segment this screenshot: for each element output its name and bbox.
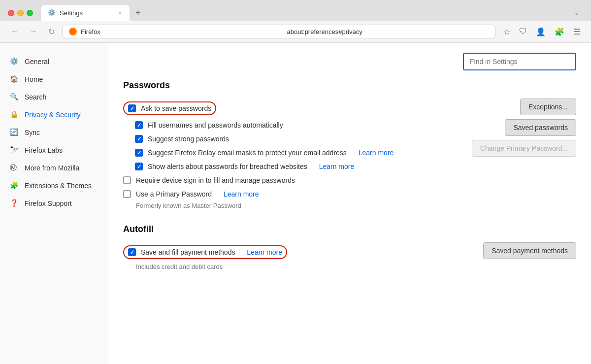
back-button[interactable]: ← (8, 25, 22, 38)
nav-bar: ← → ↻ Firefox about:preferences#privacy … (0, 21, 591, 43)
pocket-icon[interactable]: 🛡 (516, 25, 530, 38)
sidebar-item-support[interactable]: ❓ Firefox Support (0, 195, 108, 212)
save-fill-payment-checkbox[interactable]: ✓ (128, 248, 136, 256)
minimize-button[interactable] (17, 10, 24, 16)
sidebar-label-sync: Sync (25, 129, 40, 136)
payment-includes-text: Includes credit and debit cards (123, 263, 463, 270)
sidebar-item-home[interactable]: 🏠 Home (0, 70, 108, 88)
sidebar-label-search: Search (25, 93, 46, 101)
ask-save-passwords-checkbox[interactable]: ✓ (128, 104, 136, 112)
sidebar-label-support: Firefox Support (25, 199, 72, 207)
saved-payment-methods-button[interactable]: Saved payment methods (483, 242, 576, 259)
tab-chevron[interactable]: ⌄ (570, 7, 583, 18)
sidebar-label-privacy: Privacy & Security (25, 111, 81, 119)
sidebar-label-home: Home (25, 75, 43, 83)
settings-layout: ⚙️ General 🏠 Home 🔍 Search 🔒 Privacy & S… (0, 43, 591, 364)
primary-password-checkbox[interactable] (123, 190, 131, 198)
sidebar-item-privacy[interactable]: 🔒 Privacy & Security (0, 106, 108, 124)
passwords-section-row: ✓ Ask to save passwords ✓ Fill u (123, 99, 576, 209)
sidebar-item-sync[interactable]: 🔄 Sync (0, 124, 108, 141)
settings-tab-icon: ⚙️ (48, 9, 56, 17)
main-content: Passwords ✓ Ask to save passwords (108, 43, 591, 364)
traffic-lights (8, 10, 33, 16)
new-tab-button[interactable]: + (131, 6, 145, 20)
primary-password-helper: Formerly known as Master Password (123, 202, 452, 209)
find-settings-input[interactable] (463, 53, 576, 70)
sidebar-item-search[interactable]: 🔍 Search (0, 88, 108, 106)
home-icon: 🏠 (10, 75, 19, 84)
payment-learn-more-link[interactable]: Learn more (247, 248, 282, 256)
require-device-row: Require device sign in to fill and manag… (123, 173, 452, 187)
save-fill-payment-label: Save and fill payment methods (141, 248, 235, 256)
address-bar[interactable]: Firefox about:preferences#privacy (63, 25, 495, 38)
sidebar-label-labs: Firefox Labs (25, 146, 63, 154)
suggest-relay-label: Suggest Firefox Relay email masks to pro… (148, 149, 347, 157)
show-alerts-checkbox[interactable]: ✓ (135, 163, 143, 170)
alerts-learn-more-link[interactable]: Learn more (319, 163, 355, 170)
suggest-relay-checkmark: ✓ (137, 150, 141, 156)
suggest-strong-checkbox[interactable]: ✓ (135, 135, 143, 143)
maximize-button[interactable] (27, 10, 33, 16)
suggest-strong-row: ✓ Suggest strong passwords (123, 132, 452, 146)
autofill-checkboxes: ✓ Save and fill payment methods Learn mo… (123, 242, 463, 270)
primary-password-row: Use a Primary Password Learn more (123, 187, 452, 201)
forward-button[interactable]: → (27, 25, 40, 38)
refresh-button[interactable]: ↻ (45, 25, 58, 38)
save-fill-payment-row: ✓ Save and fill payment methods Learn mo… (123, 242, 463, 262)
sidebar-item-firefox-labs[interactable]: 🔭 Firefox Labs (0, 141, 108, 159)
show-alerts-row: ✓ Show alerts about passwords for breach… (123, 160, 452, 173)
mozilla-icon: Ⓜ (10, 164, 19, 172)
extensions-nav-icon: 🧩 (10, 181, 19, 190)
page-content: ⚙️ General 🏠 Home 🔍 Search 🔒 Privacy & S… (0, 43, 591, 364)
primary-password-label: Use a Primary Password (136, 190, 212, 198)
suggest-strong-label: Suggest strong passwords (148, 135, 229, 143)
firefox-logo-icon (69, 28, 77, 35)
settings-tab-title: Settings (60, 9, 113, 17)
find-bar (123, 53, 576, 70)
suggest-strong-checkmark: ✓ (137, 136, 141, 142)
browser-name: Firefox (81, 28, 283, 35)
privacy-icon: 🔒 (10, 110, 19, 119)
relay-learn-more-link[interactable]: Learn more (359, 149, 394, 157)
autofill-section-row: ✓ Save and fill payment methods Learn mo… (123, 242, 576, 270)
require-device-checkbox[interactable] (123, 176, 131, 184)
account-icon[interactable]: 👤 (533, 25, 549, 38)
general-icon: ⚙️ (10, 57, 19, 66)
fill-auto-checkbox[interactable]: ✓ (135, 121, 143, 129)
sidebar-item-extensions[interactable]: 🧩 Extensions & Themes (0, 177, 108, 195)
nav-icons: ☆ 🛡 👤 🧩 ☰ (500, 25, 583, 38)
address-url: about:preferences#privacy (287, 28, 490, 35)
require-device-label: Require device sign in to fill and manag… (136, 176, 295, 184)
labs-icon: 🔭 (10, 146, 19, 155)
sidebar-label-general: General (25, 58, 49, 66)
tab-bar: ⚙️ Settings × + (41, 5, 566, 21)
passwords-buttons: Exceptions... Saved passwords Change Pri… (462, 99, 576, 157)
checkmark-icon: ✓ (130, 106, 134, 111)
change-primary-password-button[interactable]: Change Primary Password... (472, 140, 576, 157)
primary-learn-more-link[interactable]: Learn more (224, 190, 259, 198)
settings-tab[interactable]: ⚙️ Settings × (41, 5, 130, 21)
autofill-section: Autofill ✓ Save and fill payment methods (123, 224, 576, 270)
close-button[interactable] (8, 10, 14, 16)
fill-auto-checkmark: ✓ (137, 123, 141, 128)
saved-passwords-button[interactable]: Saved passwords (505, 119, 576, 136)
passwords-checkboxes: ✓ Ask to save passwords ✓ Fill u (123, 99, 452, 209)
passwords-section-title: Passwords (123, 80, 576, 91)
sidebar-item-general[interactable]: ⚙️ General (0, 53, 108, 70)
ask-save-highlight: ✓ Ask to save passwords (123, 101, 216, 115)
suggest-relay-checkbox[interactable]: ✓ (135, 149, 143, 157)
exceptions-button[interactable]: Exceptions... (520, 99, 576, 115)
suggest-relay-row: ✓ Suggest Firefox Relay email masks to p… (123, 146, 452, 160)
fill-auto-label: Fill usernames and passwords automatical… (148, 121, 283, 129)
sidebar-label-mozilla: More from Mozilla (25, 164, 79, 172)
sidebar-item-more-mozilla[interactable]: Ⓜ More from Mozilla (0, 159, 108, 177)
tab-close-button[interactable]: × (117, 8, 123, 17)
autofill-buttons: Saved payment methods (473, 242, 576, 259)
ask-save-passwords-row: ✓ Ask to save passwords (123, 99, 452, 118)
payment-checkmark: ✓ (130, 250, 134, 255)
extensions-icon[interactable]: 🧩 (552, 25, 567, 38)
sync-icon: 🔄 (10, 128, 19, 137)
menu-icon[interactable]: ☰ (570, 25, 583, 38)
show-alerts-checkmark: ✓ (137, 164, 141, 169)
bookmark-icon[interactable]: ☆ (500, 25, 513, 38)
